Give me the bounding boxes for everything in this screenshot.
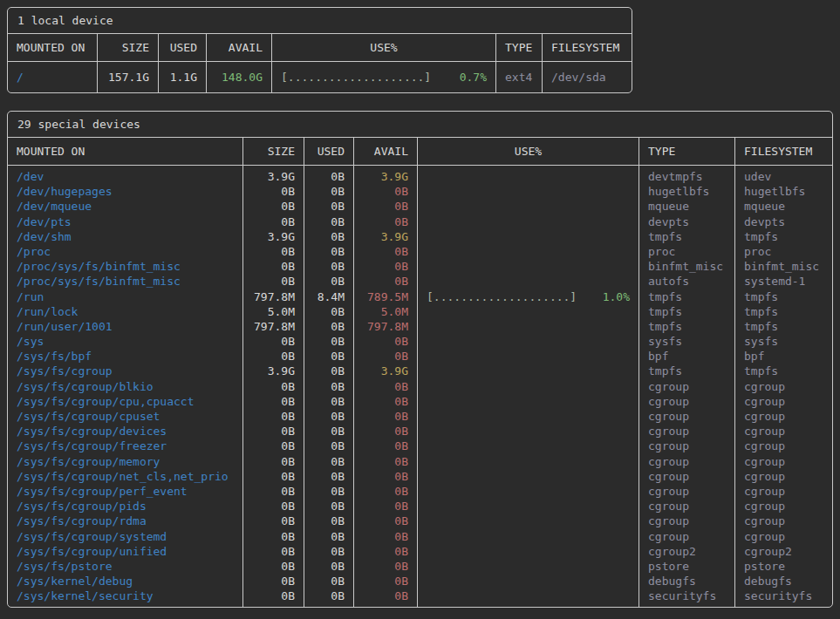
mount-point: /sys/fs/cgroup/rdma <box>8 514 242 528</box>
size-value: 0B <box>243 499 304 514</box>
column-mounted-on: / <box>8 62 97 92</box>
size-value: 0B <box>243 559 304 574</box>
mount-point: /sys/fs/bpf <box>8 349 242 364</box>
size-value: 0B <box>243 574 304 588</box>
mount-point: /sys/kernel/security <box>8 588 242 603</box>
mount-point: /dev <box>8 169 242 184</box>
filesystem-name: devpts <box>735 214 832 229</box>
avail-value: 3.9G <box>354 364 417 378</box>
used-value: 0B <box>304 169 353 184</box>
fs-type: tmpfs <box>639 304 734 319</box>
mount-point: /proc/sys/fs/binfmt_misc <box>8 274 242 289</box>
mount-point: /sys/fs/cgroup/blkio <box>8 379 242 394</box>
filesystem-name: tmpfs <box>735 304 832 319</box>
avail-value: 0B <box>354 379 417 394</box>
size-value: 0B <box>243 394 304 409</box>
used-value: 0B <box>304 574 353 588</box>
filesystem-name: debugfs <box>735 574 832 588</box>
used-value: 0B <box>304 394 353 409</box>
size-value: 157.1G <box>98 70 158 85</box>
table-header: MOUNTED ONSIZEUSEDAVAILUSE%TYPEFILESYSTE… <box>8 138 832 166</box>
fs-type: cgroup2 <box>639 544 734 559</box>
filesystem-name: tmpfs <box>735 289 832 304</box>
fs-type: cgroup <box>639 394 734 409</box>
mount-point: /sys/kernel/debug <box>8 574 242 588</box>
used-value: 0B <box>304 334 353 349</box>
column-header-filesystem: FILESYSTEM <box>734 138 832 165</box>
mount-point: / <box>8 70 97 85</box>
size-value: 797.8M <box>243 319 304 334</box>
mount-point: /dev/shm <box>8 229 242 244</box>
usage-cell <box>418 319 639 334</box>
usage-percent: 1.0% <box>603 289 630 304</box>
used-value: 0B <box>304 544 353 559</box>
fs-type: sysfs <box>639 334 734 349</box>
used-value: 0B <box>304 499 353 514</box>
avail-value: 0B <box>354 574 417 588</box>
avail-value: 0B <box>354 334 417 349</box>
fs-type: cgroup <box>639 484 734 499</box>
column-used: 0B0B0B0B0B0B0B0B8.4M0B0B0B0B0B0B0B0B0B0B… <box>304 166 353 607</box>
filesystem-name: tmpfs <box>735 364 832 378</box>
size-value: 0B <box>243 214 304 229</box>
used-value: 0B <box>304 409 353 424</box>
filesystem-name: tmpfs <box>735 319 832 334</box>
size-value: 0B <box>243 334 304 349</box>
fs-type: ext4 <box>496 70 542 85</box>
fs-type: tmpfs <box>639 319 734 334</box>
used-value: 0B <box>304 319 353 334</box>
column-type: devtmpfshugetlbfsmqueuedevptstmpfsprocbi… <box>639 166 734 607</box>
table-title: 29 special devices <box>8 112 832 138</box>
column-header-size: SIZE <box>97 34 158 61</box>
filesystem-name: pstore <box>735 559 832 574</box>
usage-cell <box>418 424 639 439</box>
used-value: 0B <box>304 379 353 394</box>
fs-type: tmpfs <box>639 364 734 378</box>
filesystem-name: cgroup <box>735 439 832 453</box>
filesystem-name: cgroup2 <box>735 544 832 559</box>
fs-type: cgroup <box>639 439 734 453</box>
usage-cell <box>418 364 639 378</box>
column-header-used: USED <box>304 138 353 165</box>
used-value: 0B <box>304 304 353 319</box>
avail-value: 0B <box>354 514 417 528</box>
fs-type: securityfs <box>639 588 734 603</box>
usage-cell <box>418 229 639 244</box>
used-value: 0B <box>304 214 353 229</box>
column-type: ext4 <box>495 62 542 92</box>
size-value: 0B <box>243 199 304 214</box>
mount-point: /sys/fs/cgroup/cpuset <box>8 409 242 424</box>
mount-point: /dev/mqueue <box>8 199 242 214</box>
avail-value: 0B <box>354 439 417 453</box>
filesystem-name: cgroup <box>735 469 832 484</box>
usage-bar: [....................] <box>281 70 431 85</box>
usage-cell <box>418 244 639 259</box>
size-value: 0B <box>243 529 304 544</box>
size-value: 0B <box>243 454 304 469</box>
usage-cell <box>418 334 639 349</box>
usage-cell <box>418 499 639 514</box>
avail-value: 0B <box>354 559 417 574</box>
mount-point: /proc/sys/fs/binfmt_misc <box>8 259 242 274</box>
size-value: 0B <box>243 469 304 484</box>
filesystem-name: cgroup <box>735 514 832 528</box>
used-value: 0B <box>304 588 353 603</box>
filesystem-name: cgroup <box>735 499 832 514</box>
table-body: /dev/dev/hugepages/dev/mqueue/dev/pts/de… <box>8 166 832 607</box>
avail-value: 789.5M <box>354 289 417 304</box>
used-value: 0B <box>304 229 353 244</box>
mount-point: /run/user/1001 <box>8 319 242 334</box>
size-value: 0B <box>243 544 304 559</box>
column-header-mounted-on: MOUNTED ON <box>8 34 97 61</box>
column-size: 157.1G <box>97 62 158 92</box>
avail-value: 0B <box>354 499 417 514</box>
filesystem-name: proc <box>735 244 832 259</box>
filesystem-name: /dev/sda <box>543 70 632 85</box>
fs-type: autofs <box>639 274 734 289</box>
usage-cell <box>418 349 639 364</box>
column-header-type: TYPE <box>639 138 734 165</box>
fs-type: cgroup <box>639 454 734 469</box>
usage-cell <box>418 169 639 184</box>
fs-type: cgroup <box>639 409 734 424</box>
mount-point: /sys/fs/cgroup/freezer <box>8 439 242 453</box>
